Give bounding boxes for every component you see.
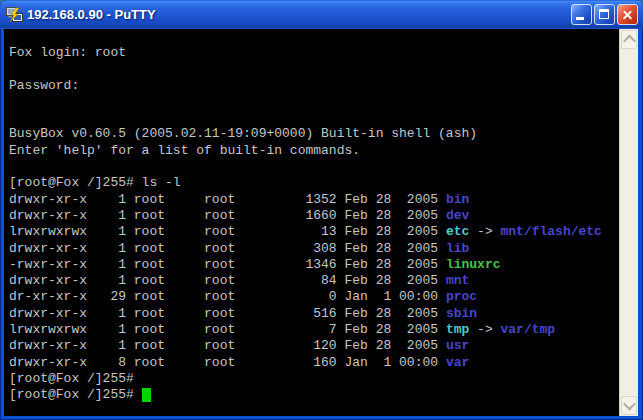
terminal-line: [root@Fox /]255# (9, 371, 619, 387)
terminal-line (9, 110, 619, 126)
terminal-line: drwxr-xr-x 8 root root 160 Jan 1 00:00 v… (9, 355, 619, 371)
scrollbar[interactable] (619, 29, 638, 416)
maximize-icon (599, 9, 609, 19)
terminal-text-segment: lrwxrwxrwx 1 root root 13 Feb 28 2005 (9, 224, 446, 239)
terminal-text-segment: drwxr-xr-x 1 root root 84 Feb 28 2005 (9, 273, 446, 288)
terminal-line: lrwxrwxrwx 1 root root 7 Feb 28 2005 tmp… (9, 322, 619, 338)
terminal-line: Password: (9, 78, 619, 94)
terminal-text-segment: lib (446, 241, 469, 256)
terminal-text-segment: bin (446, 192, 469, 207)
terminal-text-segment: lrwxrwxrwx 1 root root 7 Feb 28 2005 (9, 322, 446, 337)
maximize-button[interactable] (594, 4, 615, 25)
terminal-text-segment: -> (469, 224, 500, 239)
terminal-text-segment: mnt (446, 273, 469, 288)
terminal-line: dr-xr-xr-x 29 root root 0 Jan 1 00:00 pr… (9, 289, 619, 305)
terminal-text-segment: Enter 'help' for a list of built-in comm… (9, 143, 360, 158)
putty-icon (6, 7, 23, 23)
terminal-line: drwxr-xr-x 1 root root 1660 Feb 28 2005 … (9, 208, 619, 224)
terminal-text-segment: usr (446, 338, 469, 353)
terminal-line: BusyBox v0.60.5 (2005.02.11-19:09+0000) … (9, 126, 619, 142)
terminal-output[interactable]: Fox login: rootPassword:BusyBox v0.60.5 … (4, 29, 619, 416)
terminal-text-segment: [root@Fox /]255# (9, 387, 142, 402)
window-title: 192.168.0.90 - PuTTY (27, 7, 571, 22)
terminal-line: drwxr-xr-x 1 root root 120 Feb 28 2005 u… (9, 338, 619, 354)
terminal-text-segment: linuxrc (446, 257, 501, 272)
terminal-text-segment: drwxr-xr-x 1 root root 516 Feb 28 2005 (9, 306, 446, 321)
terminal-line: lrwxrwxrwx 1 root root 13 Feb 28 2005 et… (9, 224, 619, 240)
terminal-text-segment: sbin (446, 306, 477, 321)
minimize-icon (576, 17, 584, 20)
terminal-text-segment: -rwxr-xr-x 1 root root 1346 Feb 28 2005 (9, 257, 446, 272)
window-content: Fox login: rootPassword:BusyBox v0.60.5 … (4, 29, 638, 416)
terminal-cursor (142, 388, 151, 402)
terminal-text-segment: drwxr-xr-x 1 root root 1660 Feb 28 2005 (9, 208, 446, 223)
terminal-text-segment: drwxr-xr-x 8 root root 160 Jan 1 00:00 (9, 355, 446, 370)
terminal-line: Enter 'help' for a list of built-in comm… (9, 143, 619, 159)
terminal-text-segment: drwxr-xr-x 1 root root 1352 Feb 28 2005 (9, 192, 446, 207)
terminal-text-segment: dr-xr-xr-x 29 root root 0 Jan 1 00:00 (9, 289, 446, 304)
window-controls (571, 4, 638, 25)
terminal-text-segment: var (446, 355, 469, 370)
terminal-line (9, 159, 619, 175)
minimize-button[interactable] (571, 4, 592, 25)
terminal-line: drwxr-xr-x 1 root root 308 Feb 28 2005 l… (9, 241, 619, 257)
terminal-text-segment: dev (446, 208, 469, 223)
terminal-text-segment: var/tmp (501, 322, 556, 337)
terminal-line: [root@Fox /]255# ls -l (9, 175, 619, 191)
terminal-text-segment: -> (469, 322, 500, 337)
terminal-text-segment: Password: (9, 78, 79, 93)
terminal-text-segment: etc (446, 224, 469, 239)
terminal-line (9, 61, 619, 77)
chevron-up-icon (623, 35, 636, 48)
terminal-text-segment: mnt/flash/etc (501, 224, 602, 239)
terminal-line: drwxr-xr-x 1 root root 1352 Feb 28 2005 … (9, 192, 619, 208)
title-bar[interactable]: 192.168.0.90 - PuTTY (0, 0, 643, 29)
terminal-line: [root@Fox /]255# (9, 387, 619, 403)
terminal-line: Fox login: root (9, 45, 619, 61)
chevron-down-icon (623, 398, 636, 411)
scroll-up-button[interactable] (621, 30, 637, 49)
terminal-text-segment: tmp (446, 322, 469, 337)
terminal-text-segment: [root@Fox /]255# (9, 371, 134, 386)
scroll-down-button[interactable] (621, 396, 637, 415)
terminal-text-segment: [root@Fox /]255# ls -l (9, 175, 181, 190)
terminal-text-segment: BusyBox v0.60.5 (2005.02.11-19:09+0000) … (9, 126, 477, 141)
terminal-text-segment: drwxr-xr-x 1 root root 120 Feb 28 2005 (9, 338, 446, 353)
terminal-text-segment: proc (446, 289, 477, 304)
terminal-line (9, 94, 619, 110)
terminal-text-segment: Fox login: root (9, 45, 126, 60)
terminal-line: drwxr-xr-x 1 root root 516 Feb 28 2005 s… (9, 306, 619, 322)
putty-window: 192.168.0.90 - PuTTY Fox login: rootPass… (0, 0, 643, 420)
terminal-line: drwxr-xr-x 1 root root 84 Feb 28 2005 mn… (9, 273, 619, 289)
terminal-text-segment: drwxr-xr-x 1 root root 308 Feb 28 2005 (9, 241, 446, 256)
terminal-line: -rwxr-xr-x 1 root root 1346 Feb 28 2005 … (9, 257, 619, 273)
close-button[interactable] (617, 4, 638, 25)
